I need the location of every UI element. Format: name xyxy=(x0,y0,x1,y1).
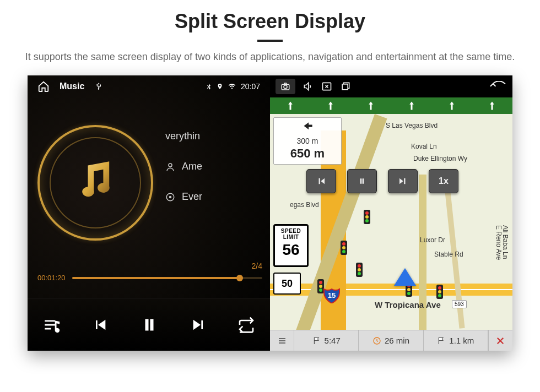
flag-icon xyxy=(312,336,321,345)
lane-arrow-icon xyxy=(326,100,336,112)
current-position-icon xyxy=(394,268,416,286)
previous-button[interactable] xyxy=(91,316,109,334)
remaining-dist-value: 1.1 km xyxy=(449,336,474,345)
lane-arrow-icon xyxy=(366,100,376,112)
speed-limit-value: 56 xyxy=(275,242,307,258)
track-list: verythin Ame Ever xyxy=(165,130,202,203)
svg-point-0 xyxy=(169,164,172,167)
nav-menu-button[interactable] xyxy=(270,330,294,351)
street-label: Luxor Dr xyxy=(420,236,445,244)
street-label: Duke Ellington Wy xyxy=(413,155,467,162)
remaining-time-value: 26 min xyxy=(385,336,409,345)
pause-button[interactable] xyxy=(139,315,159,335)
location-icon xyxy=(217,82,223,91)
back-button[interactable] xyxy=(488,81,507,92)
sim-controls: 1x xyxy=(306,169,458,193)
sim-prev-button[interactable] xyxy=(306,169,336,193)
route-shield: 50 xyxy=(273,273,301,295)
route-number-badge: 593 xyxy=(452,300,467,308)
road-horizontal xyxy=(270,284,512,296)
svg-text:15: 15 xyxy=(328,291,336,300)
lane-arrow-icon xyxy=(487,100,497,112)
track-row-album: Ever xyxy=(165,191,202,203)
bluetooth-icon xyxy=(206,82,212,91)
music-pane: Music 20:07 xyxy=(28,75,270,351)
eta-value: 5:47 xyxy=(325,336,341,345)
close-window-icon[interactable] xyxy=(321,81,333,92)
elapsed-time: 00:01:20 xyxy=(37,274,66,282)
lane-arrow-icon xyxy=(285,100,295,112)
album-art xyxy=(37,125,153,241)
traffic-light-icon xyxy=(436,285,443,299)
turn-panel: 300 m 650 m xyxy=(273,117,342,165)
sim-next-button[interactable] xyxy=(388,169,418,193)
remaining-dist-cell[interactable]: 1.1 km xyxy=(424,330,488,351)
system-bar xyxy=(270,75,512,97)
music-topbar: Music 20:07 xyxy=(28,75,270,97)
svg-point-4 xyxy=(284,85,287,89)
svg-point-2 xyxy=(170,196,171,198)
repeat-button[interactable] xyxy=(237,316,255,334)
status-tray: 20:07 xyxy=(206,82,260,91)
street-label: S Las Vegas Blvd xyxy=(386,122,438,129)
street-label: Koval Ln xyxy=(411,143,437,150)
street-label: Stable Rd xyxy=(434,251,463,258)
sim-speed-button[interactable]: 1x xyxy=(429,169,458,193)
track-row-artist: Ame xyxy=(165,161,202,172)
map-area[interactable]: 15 S Las Vegas Blvd Koval Ln Duke Elling… xyxy=(270,97,512,330)
street-label: egas Blvd xyxy=(290,201,319,209)
sim-pause-button[interactable] xyxy=(347,169,377,193)
clock-label: 20:07 xyxy=(241,82,260,91)
speed-limit-label1: SPEED xyxy=(275,228,307,234)
progress-bar-row: 00:01:20 xyxy=(37,274,262,282)
home-icon[interactable] xyxy=(37,80,50,92)
track-title: verythin xyxy=(165,130,200,142)
nav-close-button[interactable] xyxy=(488,330,512,351)
next-button[interactable] xyxy=(190,316,207,334)
track-album: Ever xyxy=(182,191,202,203)
turn-left-icon xyxy=(300,121,315,135)
traffic-light-icon xyxy=(356,263,363,277)
lane-arrow-icon xyxy=(407,100,417,112)
progress-track[interactable] xyxy=(72,277,262,279)
page-subtitle: It supports the same screen display of t… xyxy=(22,50,518,64)
music-notes-icon xyxy=(71,156,120,205)
wifi-icon xyxy=(228,83,236,90)
device-frame: Music 20:07 xyxy=(28,75,512,351)
turn-distance-major: 650 m xyxy=(290,146,325,161)
turn-distance-minor: 300 m xyxy=(297,137,318,145)
nav-pane: 15 S Las Vegas Blvd Koval Ln Duke Elling… xyxy=(270,75,512,351)
interstate-shield-icon: 15 xyxy=(323,286,341,303)
speed-limit-label2: LIMIT xyxy=(275,234,307,240)
player-controls xyxy=(28,298,270,351)
street-label: W Tropicana Ave xyxy=(375,300,441,309)
progress-fill xyxy=(72,277,240,279)
playlist-button[interactable] xyxy=(42,315,61,334)
screenshot-button[interactable] xyxy=(276,79,295,94)
usb-icon[interactable] xyxy=(94,81,103,92)
nav-bottom-bar: 5:47 26 min 1.1 km xyxy=(270,330,512,351)
track-row-title: verythin xyxy=(165,130,202,142)
music-tab-label[interactable]: Music xyxy=(60,81,84,91)
artist-icon xyxy=(165,162,175,172)
eta-cell[interactable]: 5:47 xyxy=(294,330,359,351)
clock-icon xyxy=(372,336,381,345)
svg-rect-6 xyxy=(342,84,348,90)
recent-apps-icon[interactable] xyxy=(339,81,352,92)
flag-icon xyxy=(437,336,446,345)
remaining-time-cell[interactable]: 26 min xyxy=(359,330,423,351)
progress-thumb[interactable] xyxy=(236,275,243,281)
traffic-light-icon xyxy=(364,210,370,224)
street-label: Ali Baba Ln xyxy=(501,225,509,259)
album-icon xyxy=(165,192,175,202)
traffic-light-icon xyxy=(341,241,347,255)
volume-icon[interactable] xyxy=(302,81,314,92)
lane-guidance xyxy=(270,97,512,114)
lane-arrow-icon xyxy=(447,100,457,112)
speed-limit-sign: SPEED LIMIT 56 xyxy=(273,224,309,267)
street-label: E Reno Ave xyxy=(495,225,503,260)
title-underline xyxy=(257,40,283,42)
track-counter: 2/4 xyxy=(252,262,262,270)
page-title: Split Screen Display xyxy=(0,10,540,33)
track-artist: Ame xyxy=(182,161,202,172)
